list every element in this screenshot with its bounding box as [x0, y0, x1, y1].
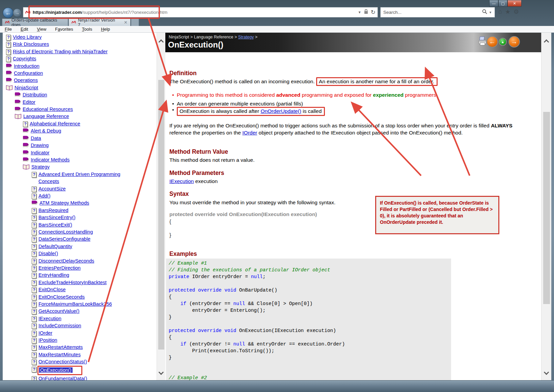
sidebar-item[interactable]: MaxRestartAttempts	[3, 344, 157, 351]
sidebar-link[interactable]: Introduction	[14, 63, 39, 70]
sidebar-link[interactable]: BarsRequired	[38, 207, 68, 214]
sidebar-item[interactable]: Alphabetical Reference	[3, 120, 157, 127]
scroll-down-icon[interactable]	[544, 370, 549, 375]
sidebar-item[interactable]: ExitOnCloseSeconds	[3, 294, 157, 301]
sidebar-item[interactable]: Risks of Electronic Trading with NinjaTr…	[3, 48, 157, 55]
new-tab-stub[interactable]	[131, 19, 139, 26]
sidebar-link[interactable]: AccountSize	[38, 185, 66, 192]
sidebar-item[interactable]: Distribution	[3, 91, 157, 98]
sidebar-item[interactable]: Risk Disclosures	[3, 41, 157, 48]
scrollbar-thumb[interactable]	[158, 80, 164, 350]
sidebar-link[interactable]: EntryHandling	[38, 272, 69, 279]
sidebar-item[interactable]: Indicator Methods	[3, 156, 157, 163]
sidebar-link[interactable]: EntriesPerDirection	[38, 265, 81, 272]
sidebar-link[interactable]: IOrder	[38, 330, 52, 337]
sidebar-item[interactable]: ExitOnClose	[3, 286, 157, 293]
search-magnifier-icon[interactable]	[482, 9, 488, 16]
content-scrollbar[interactable]	[541, 33, 551, 380]
sidebar-item[interactable]: MaxRestartMinutes	[3, 351, 157, 358]
scrollbar-thumb[interactable]	[543, 112, 550, 304]
sidebar-link[interactable]: Educational Resources	[23, 106, 73, 113]
breadcrumb-strategy-link[interactable]: Strategy	[238, 35, 254, 39]
sidebar-item[interactable]: Advanced Event Driven Programming Concep…	[3, 171, 157, 185]
sidebar-item[interactable]: ExcludeTradeHistoryInBacktest	[3, 279, 157, 286]
sidebar-item[interactable]: EntryHandling	[3, 272, 157, 279]
menu-file[interactable]: File	[5, 27, 12, 32]
sidebar-link[interactable]: Configuration	[14, 70, 43, 77]
sidebar-item[interactable]: ATM Strategy Methods	[3, 200, 157, 207]
sidebar-item[interactable]: ForceMaximumBarsLookBack256	[3, 301, 157, 308]
sidebar-item[interactable]: Indicator	[3, 149, 157, 156]
sidebar-link[interactable]: DisconnectDelaySeconds	[38, 258, 94, 265]
help-up-button[interactable]: ▲	[499, 38, 507, 46]
sidebar-link[interactable]: ExitOnCloseSeconds	[38, 294, 85, 301]
sidebar-item[interactable]: BarsRequired	[3, 207, 157, 214]
sidebar-link[interactable]: DataSeriesConfigurable	[38, 236, 90, 243]
sidebar-item[interactable]: EntriesPerDirection	[3, 265, 157, 272]
sidebar-link[interactable]: Distribution	[23, 91, 47, 98]
sidebar-item[interactable]: Alert & Debug	[3, 127, 157, 134]
sidebar-item[interactable]: DisconnectDelaySeconds	[3, 258, 157, 265]
search-box[interactable]: Search... ▼	[380, 7, 495, 18]
sidebar-link[interactable]: ExcludeTradeHistoryInBacktest	[38, 279, 107, 286]
settings-gear-icon[interactable]: ⚙	[514, 8, 519, 16]
sidebar-item[interactable]: GetAccountValue()	[3, 308, 157, 315]
sidebar-item[interactable]: Disable()	[3, 250, 157, 257]
menu-tools[interactable]: Tools	[82, 27, 92, 32]
sidebar-link[interactable]: Alert & Debug	[31, 127, 61, 134]
sidebar-item[interactable]: IOrder	[3, 330, 157, 337]
browser-forward-button[interactable]: →	[13, 8, 22, 17]
sidebar-link[interactable]: OnConnectionStatus()	[38, 358, 87, 365]
sidebar-link[interactable]: Indicator	[31, 149, 50, 156]
tab-close-icon[interactable]: ✕	[124, 20, 128, 25]
sidebar-item[interactable]: Copyrights	[3, 55, 157, 62]
sidebar-link[interactable]: Indicator Methods	[31, 156, 70, 163]
sidebar-link[interactable]: DefaultQuantity	[38, 243, 72, 250]
sidebar-link[interactable]: IPosition	[38, 337, 57, 344]
sidebar-link[interactable]: Language Reference	[23, 113, 69, 120]
sidebar-link[interactable]: Add()	[38, 192, 50, 200]
menu-edit[interactable]: Edit	[21, 27, 28, 32]
sidebar-link[interactable]: MaxRestartMinutes	[38, 351, 81, 358]
sidebar-link[interactable]: ATM Strategy Methods	[39, 200, 89, 207]
sidebar-item[interactable]: OnFundamentalData()	[3, 375, 157, 380]
sidebar-link[interactable]: Data	[31, 135, 41, 142]
sidebar-link[interactable]: ConnectionLossHandling	[38, 229, 93, 236]
sidebar-link[interactable]: Strategy	[31, 163, 50, 171]
sidebar-item[interactable]: Configuration	[3, 70, 157, 77]
sidebar-item[interactable]: Language Reference	[3, 113, 157, 120]
sidebar-link[interactable]: Operations	[14, 77, 38, 84]
sidebar-link[interactable]: Editor	[23, 99, 35, 106]
tab-orders-update[interactable]: Orders-update callbacks does ...	[2, 19, 68, 26]
menu-view[interactable]: View	[37, 27, 46, 32]
tab-ninjatrader-v7[interactable]: NinjaTrader Version 7 ✕	[68, 19, 131, 26]
sidebar-item[interactable]: IPosition	[3, 337, 157, 344]
sidebar-item[interactable]: Introduction	[3, 63, 157, 70]
inline-link[interactable]: OnOrderUpdate()	[260, 108, 301, 114]
sidebar-link[interactable]: ForceMaximumBarsLookBack256	[38, 301, 112, 308]
help-back-button[interactable]: ←	[487, 36, 498, 48]
sidebar-link[interactable]: OnFundamentalData()	[38, 375, 87, 380]
menu-help[interactable]: Help	[101, 27, 110, 32]
print-icon[interactable]	[477, 36, 488, 48]
sidebar-item[interactable]: IExecution	[3, 315, 157, 322]
browser-back-button[interactable]: ←	[3, 7, 13, 18]
menu-favorites[interactable]: Favorites	[55, 27, 73, 32]
sidebar-link[interactable]: MaxRestartAttempts	[38, 344, 83, 351]
sidebar-link[interactable]: Risk Disclosures	[13, 41, 49, 48]
sidebar-link[interactable]: Copyrights	[13, 55, 36, 62]
search-dropdown-icon[interactable]: ▼	[489, 11, 492, 14]
urlbar-dropdown-icon[interactable]: ▼	[358, 10, 361, 14]
sidebar-link[interactable]: IncludeCommission	[38, 322, 81, 329]
sidebar-item[interactable]: OnExecution()	[3, 366, 157, 375]
sidebar-item[interactable]: Data	[3, 135, 157, 142]
scroll-up-icon[interactable]	[159, 39, 164, 45]
sidebar-item[interactable]: BarsSinceExit()	[3, 221, 157, 229]
sidebar-link[interactable]: Drawing	[31, 142, 49, 149]
sidebar-link[interactable]: NinjaScript	[15, 84, 38, 91]
sidebar-item[interactable]: AccountSize	[3, 185, 157, 192]
sidebar-item[interactable]: DataSeriesConfigurable	[3, 236, 157, 243]
scroll-down-icon[interactable]	[159, 370, 164, 375]
sidebar-link[interactable]: Disable()	[38, 250, 58, 257]
sidebar-link[interactable]: Alphabetical Reference	[30, 120, 80, 127]
